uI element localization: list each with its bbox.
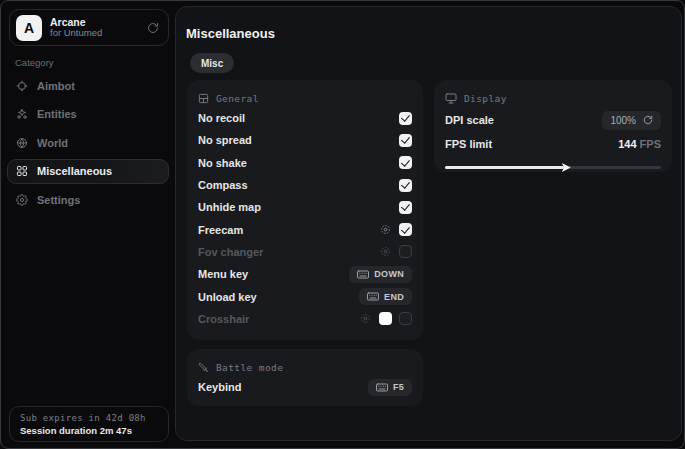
session-duration-text: Session duration 2m 47s <box>20 425 158 436</box>
page-title: Miscellaneous <box>186 26 275 41</box>
sidebar-item-miscellaneous[interactable]: Miscellaneous <box>7 159 169 184</box>
sidebar-item-entities[interactable]: Entities <box>7 102 169 127</box>
sidebar-item-label: World <box>37 137 68 149</box>
fps-unit: FPS <box>640 138 661 150</box>
keyboard-icon <box>357 270 369 279</box>
layout-grid-icon <box>198 93 209 104</box>
battle-mode-panel-header: Battle mode <box>198 358 412 376</box>
dpi-scale-value: 100% <box>610 115 636 126</box>
no-spread-checkbox[interactable] <box>399 134 412 147</box>
setting-row-keybind: Keybind F5 <box>198 376 412 398</box>
setting-label: Crosshair <box>198 313 360 325</box>
app-window: { "sidebar": { "brand": { "initial": "A"… <box>0 0 685 449</box>
unload-key-binding[interactable]: END <box>359 288 412 305</box>
grid-icon <box>16 165 28 177</box>
display-panel-title: Display <box>464 93 507 104</box>
setting-row-dpi-scale: DPI scale 100% <box>445 107 661 133</box>
freecam-settings-gear-icon[interactable] <box>380 224 391 235</box>
general-panel-header: General <box>198 89 412 107</box>
sword-icon <box>198 362 209 373</box>
setting-row-no-spread: No spread <box>198 129 412 151</box>
compass-checkbox[interactable] <box>399 179 412 192</box>
setting-row-menu-key: Menu key DOWN <box>198 263 412 285</box>
fps-number: 144 <box>618 138 636 150</box>
setting-row-crosshair: Crosshair <box>198 308 412 330</box>
sidebar-item-settings[interactable]: Settings <box>7 187 169 212</box>
category-label: Category <box>15 57 54 68</box>
sidebar-item-world[interactable]: World <box>7 130 169 155</box>
display-panel: Display DPI scale 100% FPS limit 144 FPS <box>434 80 672 172</box>
subscription-status-card: Sub expires in 42d 08h Session duration … <box>9 406 169 442</box>
gear-icon <box>16 194 28 206</box>
setting-label: Unhide map <box>198 201 399 213</box>
globe-icon <box>16 137 28 149</box>
battle-mode-panel-title: Battle mode <box>216 362 283 373</box>
dpi-scale-control[interactable]: 100% <box>602 111 661 130</box>
battle-keybind-value: F5 <box>393 382 404 392</box>
setting-label: Unload key <box>198 291 359 303</box>
no-recoil-checkbox[interactable] <box>399 112 412 125</box>
setting-label: FPS limit <box>445 138 618 150</box>
reset-icon[interactable] <box>643 115 653 125</box>
menu-key-value: DOWN <box>374 269 404 279</box>
setting-label: Compass <box>198 179 399 191</box>
battle-keybind-binding[interactable]: F5 <box>368 379 412 396</box>
crosshair-checkbox[interactable] <box>399 312 412 325</box>
sidebar-nav: Aimbot Entities World M <box>7 73 169 216</box>
setting-row-compass: Compass <box>198 174 412 196</box>
no-shake-checkbox[interactable] <box>399 156 412 169</box>
setting-row-freecam: Freecam <box>198 218 412 240</box>
fps-limit-value: 144 FPS <box>618 138 661 150</box>
general-panel: General No recoil No spread No shake Com… <box>187 80 423 340</box>
sidebar-item-label: Settings <box>37 194 80 206</box>
setting-row-unload-key: Unload key END <box>198 285 412 307</box>
unload-key-value: END <box>384 292 404 302</box>
crosshair-color-swatch[interactable] <box>379 312 392 325</box>
general-panel-title: General <box>216 93 259 104</box>
tab-misc[interactable]: Misc <box>190 53 234 73</box>
setting-row-no-recoil: No recoil <box>198 107 412 129</box>
setting-label: Menu key <box>198 268 349 280</box>
display-panel-header: Display <box>445 89 661 107</box>
setting-label: Keybind <box>198 381 368 393</box>
setting-row-fps-limit: FPS limit 144 FPS <box>445 133 661 155</box>
fps-limit-slider[interactable] <box>445 162 661 172</box>
setting-row-no-shake: No shake <box>198 152 412 174</box>
setting-label: No spread <box>198 134 399 146</box>
fov-changer-checkbox[interactable] <box>399 245 412 258</box>
monitor-icon <box>445 93 457 104</box>
unhide-map-checkbox[interactable] <box>399 201 412 214</box>
setting-row-unhide-map: Unhide map <box>198 196 412 218</box>
fps-slider-fill <box>445 166 564 169</box>
sidebar-item-label: Miscellaneous <box>37 165 112 177</box>
sidebar: A Arcane for Untumed Category Aimbot <box>1 1 175 448</box>
setting-label: Freecam <box>198 224 380 236</box>
battle-mode-panel: Battle mode Keybind F5 <box>187 349 423 406</box>
setting-label: No shake <box>198 157 399 169</box>
brand-subtitle: for Untumed <box>50 28 147 39</box>
brand-card: A Arcane for Untumed <box>9 9 169 46</box>
keyboard-icon <box>367 292 379 301</box>
app-logo: A <box>16 15 42 41</box>
fov-settings-gear-icon[interactable] <box>380 246 391 257</box>
sidebar-item-aimbot[interactable]: Aimbot <box>7 73 169 98</box>
brand-text: Arcane for Untumed <box>50 16 147 39</box>
menu-key-binding[interactable]: DOWN <box>349 266 412 283</box>
freecam-checkbox[interactable] <box>399 223 412 236</box>
keyboard-icon <box>376 383 388 392</box>
setting-label: No recoil <box>198 112 399 124</box>
crosshair-icon <box>16 80 28 92</box>
setting-label: DPI scale <box>445 114 602 126</box>
main-content: Miscellaneous Misc General No recoil No … <box>175 6 682 441</box>
sidebar-item-label: Entities <box>37 108 77 120</box>
entities-icon <box>16 108 28 120</box>
sub-expires-text: Sub expires in 42d 08h <box>20 413 158 423</box>
refresh-icon[interactable] <box>147 22 159 34</box>
sidebar-item-label: Aimbot <box>37 80 75 92</box>
setting-row-fov-changer: Fov changer <box>198 241 412 263</box>
setting-label: Fov changer <box>198 246 380 258</box>
crosshair-settings-gear-icon[interactable] <box>360 313 371 324</box>
